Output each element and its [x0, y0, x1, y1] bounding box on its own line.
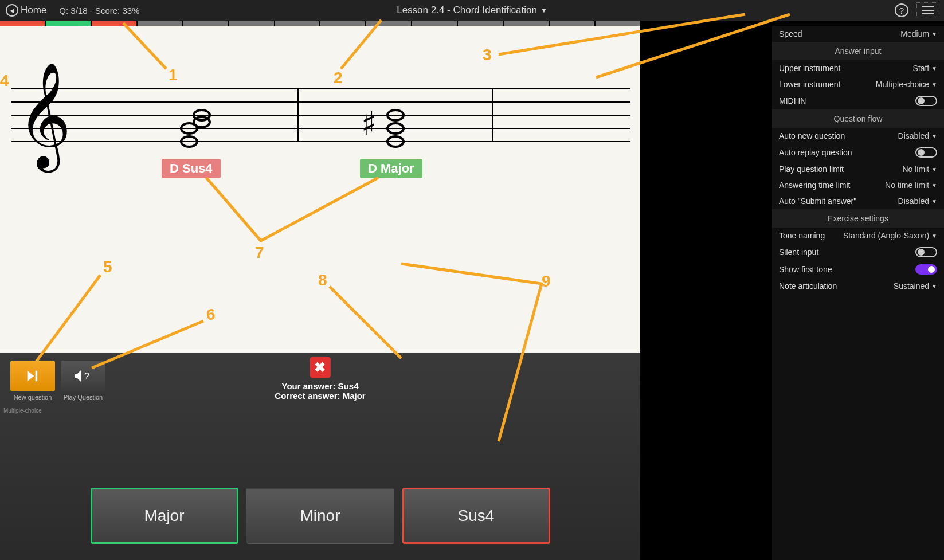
upper-value: Staff: [913, 64, 930, 73]
home-button[interactable]: ◄ Home: [0, 4, 52, 17]
chevron-down-icon: ▼: [931, 283, 937, 289]
setting-silent-input[interactable]: Silent input: [772, 244, 944, 261]
chevron-down-icon: ▼: [931, 65, 937, 72]
lower-value: Multiple-choice: [876, 80, 929, 89]
setting-lower-instrument[interactable]: Lower instrument Multiple-choice▼: [772, 76, 944, 92]
setting-auto-submit[interactable]: Auto "Submit answer" Disabled▼: [772, 193, 944, 209]
speed-value: Medium: [900, 29, 929, 38]
auto-submit-label: Auto "Submit answer": [779, 197, 856, 206]
setting-tone-naming[interactable]: Tone naming Standard (Anglo-Saxon)▼: [772, 228, 944, 244]
articulation-value: Sustained: [894, 281, 929, 291]
progress-segment: [320, 21, 365, 26]
auto-new-label: Auto new question: [779, 131, 845, 140]
answer-sus4[interactable]: Sus4: [402, 488, 550, 544]
setting-play-limit[interactable]: Play question limit No limit▼: [772, 161, 944, 177]
upper-label: Upper instrument: [779, 64, 840, 73]
question-flow-header: Question flow: [772, 109, 944, 128]
setting-speed[interactable]: Speed Medium▼: [772, 26, 944, 42]
tone-naming-label: Tone naming: [779, 231, 825, 240]
articulation-label: Note articulation: [779, 281, 837, 291]
chevron-down-icon: ▼: [540, 6, 547, 14]
progress-segment: [504, 21, 549, 26]
progress-segment: [183, 21, 228, 26]
chevron-down-icon: ▼: [931, 166, 937, 173]
setting-articulation[interactable]: Note articulation Sustained▼: [772, 278, 944, 294]
show-first-toggle[interactable]: [915, 264, 937, 275]
setting-upper-instrument[interactable]: Upper instrument Staff▼: [772, 60, 944, 76]
midi-toggle[interactable]: [915, 96, 937, 106]
help-icon[interactable]: ?: [895, 3, 908, 17]
chord-right-notes: ♯: [361, 106, 404, 147]
correct-answer-value: Major: [343, 391, 366, 401]
settings-panel: Speed Medium▼ Answer input Upper instrum…: [772, 26, 944, 560]
hamburger-menu-icon[interactable]: [916, 2, 939, 18]
setting-answer-time[interactable]: Answering time limit No time limit▼: [772, 177, 944, 193]
chord-label-correct: D Major: [360, 159, 422, 178]
progress-segment: [550, 21, 594, 26]
treble-clef-icon: 𝄞: [17, 64, 72, 173]
midi-label: MIDI IN: [779, 96, 806, 105]
auto-new-value: Disabled: [898, 131, 929, 140]
progress-segment: [46, 21, 91, 26]
staff-area: 𝄞 ♯ D Sus4 D Major: [0, 26, 640, 353]
answer-major[interactable]: Major: [91, 488, 238, 544]
auto-replay-toggle[interactable]: [915, 147, 937, 158]
speed-label: Speed: [779, 29, 802, 38]
auto-submit-value: Disabled: [898, 197, 929, 206]
progress-segment: [275, 21, 320, 26]
silent-toggle[interactable]: [915, 247, 937, 257]
question-score: Q: 3/18 - Score: 33%: [59, 6, 139, 15]
new-question-button[interactable]: [10, 361, 55, 391]
chevron-down-icon: ▼: [931, 133, 937, 139]
lesson-dropdown[interactable]: Lesson 2.4 - Chord Identification ▼: [397, 5, 547, 16]
progress-segment: [92, 21, 136, 26]
music-staff: 𝄞 ♯: [0, 26, 640, 353]
chord-label-user: D Sus4: [162, 159, 221, 178]
answer-row: Major Minor Sus4: [0, 488, 640, 544]
play-limit-label: Play question limit: [779, 165, 844, 174]
correct-answer-prefix: Correct answer:: [275, 391, 342, 401]
control-bar: ? New question Play Question Multiple-ch…: [0, 353, 640, 560]
next-icon: [25, 368, 41, 384]
answer-input-header: Answer input: [772, 42, 944, 60]
svg-text:♯: ♯: [361, 106, 377, 142]
wrong-icon: ✖: [310, 357, 330, 378]
progress-segment: [138, 21, 182, 26]
your-answer-prefix: Your answer:: [282, 381, 338, 391]
ans-time-value: No time limit: [885, 181, 929, 190]
lower-label: Lower instrument: [779, 80, 840, 89]
tone-naming-value: Standard (Anglo-Saxon): [843, 231, 929, 240]
progress-segment: [366, 21, 411, 26]
answer-minor[interactable]: Minor: [246, 488, 394, 544]
auto-replay-label: Auto replay question: [779, 148, 852, 157]
silent-label: Silent input: [779, 248, 818, 257]
svg-text:?: ?: [84, 371, 89, 381]
multiple-choice-label: Multiple-choice: [3, 408, 42, 414]
setting-auto-replay[interactable]: Auto replay question: [772, 144, 944, 161]
chevron-down-icon: ▼: [931, 81, 937, 88]
play-question-button[interactable]: ?: [61, 361, 105, 391]
lesson-title-text: Lesson 2.4 - Chord Identification: [397, 5, 537, 16]
speaker-question-icon: ?: [73, 368, 93, 384]
setting-midi-in[interactable]: MIDI IN: [772, 92, 944, 109]
home-label: Home: [21, 5, 46, 16]
your-answer-value: Sus4: [338, 381, 359, 391]
exercise-settings-header: Exercise settings: [772, 209, 944, 228]
top-bar: ◄ Home Q: 3/18 - Score: 33% Lesson 2.4 -…: [0, 0, 944, 21]
setting-auto-new[interactable]: Auto new question Disabled▼: [772, 128, 944, 144]
chevron-down-icon: ▼: [931, 233, 937, 239]
chevron-down-icon: ▼: [931, 182, 937, 189]
play-limit-value: No limit: [902, 165, 929, 174]
setting-show-first-tone[interactable]: Show first tone: [772, 261, 944, 278]
show-first-label: Show first tone: [779, 265, 832, 274]
ans-time-label: Answering time limit: [779, 181, 850, 190]
progress-segment: [458, 21, 503, 26]
progress-segment: [596, 21, 640, 26]
result-feedback: ✖ Your answer: Sus4 Correct answer: Majo…: [275, 357, 365, 401]
new-question-label: New question: [10, 394, 55, 401]
chevron-down-icon: ▼: [931, 198, 937, 205]
progress-segment: [229, 21, 274, 26]
progress-segment: [412, 21, 457, 26]
play-question-label: Play Question: [61, 394, 105, 401]
chevron-down-icon: ▼: [931, 31, 937, 37]
